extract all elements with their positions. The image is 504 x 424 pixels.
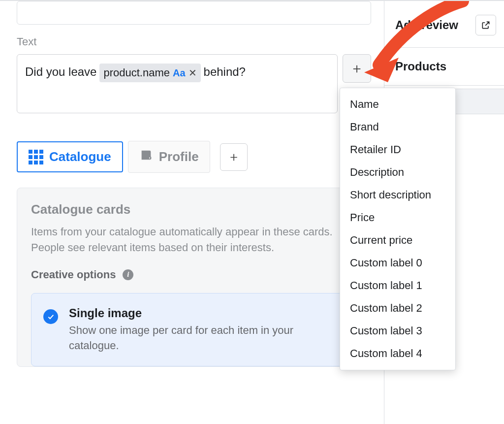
tab-profile-label: Profile (159, 149, 199, 164)
text-field-label: Text (17, 35, 384, 48)
dropdown-item[interactable]: Custom label 2 (340, 297, 455, 320)
primary-text-input[interactable]: Did you leave product.name Aa ✕ behind? (17, 54, 338, 113)
plus-icon: ＋ (350, 59, 364, 78)
dropdown-item[interactable]: Short description (340, 184, 455, 206)
text-prefix: Did you leave (25, 64, 96, 80)
catalogue-cards-title: Catalogue cards (31, 202, 357, 217)
dropdown-item[interactable]: Price (340, 206, 455, 229)
token-value: product.name (103, 65, 170, 81)
selected-check-icon (43, 309, 58, 324)
svg-text:f: f (149, 157, 150, 160)
dropdown-item[interactable]: Current price (340, 229, 455, 252)
catalogue-grid-icon (29, 150, 43, 164)
option-title: Single image (69, 306, 325, 320)
dropdown-item[interactable]: Description (340, 161, 455, 184)
dropdown-item[interactable]: Retailer ID (340, 138, 455, 161)
dropdown-item[interactable]: Name (340, 93, 455, 116)
dropdown-item[interactable]: Custom label 0 (340, 252, 455, 274)
open-preview-button[interactable] (475, 15, 496, 35)
info-icon[interactable]: i (123, 269, 133, 280)
token-dropdown-menu: Name Brand Retailer ID Description Short… (340, 88, 456, 370)
plus-icon: ＋ (227, 148, 240, 165)
previous-field-container (17, 1, 371, 25)
dropdown-item[interactable]: Custom label 4 (340, 342, 455, 365)
dropdown-item[interactable]: Brand (340, 116, 455, 138)
token-remove-icon[interactable]: ✕ (189, 65, 197, 81)
dropdown-item[interactable]: Custom label 1 (340, 274, 455, 297)
tab-catalogue-label: Catalogue (49, 149, 111, 164)
products-heading: Products (384, 48, 504, 85)
catalogue-cards-description: Items from your catalogue automatically … (31, 224, 336, 256)
ad-preview-heading: Ad preview (395, 18, 458, 32)
dropdown-item[interactable]: Custom label 3 (340, 320, 455, 342)
text-suffix: behind? (204, 64, 246, 80)
token-format-icon[interactable]: Aa (173, 65, 186, 81)
profile-icon: f (139, 148, 153, 165)
tab-profile[interactable]: f Profile (128, 141, 210, 173)
external-link-icon (481, 20, 491, 30)
creative-options-label: Creative options (31, 268, 116, 281)
catalogue-cards-panel: Catalogue cards Items from your catalogu… (17, 188, 371, 367)
add-token-button[interactable]: ＋ (343, 54, 371, 83)
dynamic-token-chip[interactable]: product.name Aa ✕ (99, 64, 200, 82)
creative-option-single-image[interactable]: Single image Show one image per card for… (31, 293, 357, 367)
add-tab-button[interactable]: ＋ (220, 143, 248, 171)
tab-catalogue[interactable]: Catalogue (17, 141, 123, 172)
option-description: Show one image per card for each item in… (69, 323, 325, 354)
